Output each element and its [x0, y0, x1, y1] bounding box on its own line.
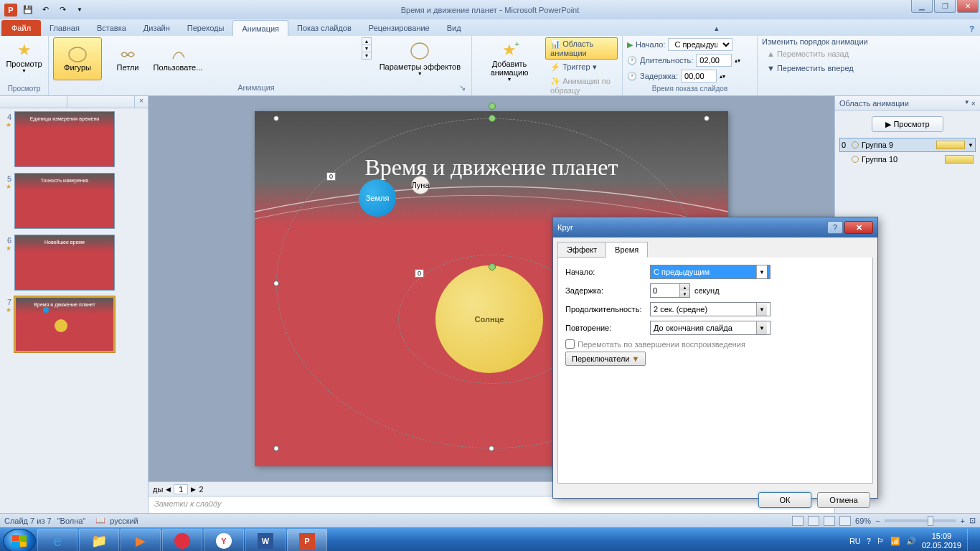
taskbar-word[interactable]: W — [245, 529, 286, 551]
dlg-repeat-combo[interactable]: До окончания слайда▼ — [650, 321, 771, 335]
sel-handle[interactable] — [273, 446, 279, 451]
sel-handle[interactable] — [489, 446, 494, 451]
dialog-help-button[interactable]: ? — [827, 221, 843, 234]
redo-icon[interactable]: ↷ — [55, 2, 70, 18]
gallery-loops[interactable]: Петли — [103, 37, 152, 80]
thumbnail-slide[interactable]: 7★Время и движение планет — [3, 296, 145, 352]
taskbar-yandex[interactable]: Y — [204, 529, 244, 551]
path-start-handle[interactable] — [489, 115, 496, 122]
zoom-level[interactable]: 69% — [855, 517, 871, 525]
outline-tab[interactable] — [67, 96, 135, 108]
tray-network-icon[interactable]: 📶 — [890, 537, 900, 546]
zoom-out-icon[interactable]: − — [875, 517, 880, 525]
animation-item[interactable]: 0Группа 9▼ — [839, 138, 976, 152]
thumbnail-list[interactable]: 4★Единицы измерения времени5★Точность из… — [0, 108, 148, 510]
start-combo[interactable]: С предыдущ... — [668, 38, 732, 51]
reading-view-icon[interactable] — [824, 516, 835, 526]
dialog-tab-effect[interactable]: Эффект — [557, 242, 606, 258]
preview-button[interactable]: ★ Просмотр▼ — [4, 37, 44, 77]
help-icon[interactable]: ? — [963, 22, 980, 36]
animation-list[interactable]: 0Группа 9▼Группа 10 — [835, 138, 980, 166]
file-tab[interactable]: Файл — [1, 20, 41, 36]
dlg-rewind-checkbox[interactable]: Перемотать по завершении воспроизведения — [565, 339, 865, 349]
thumbnail-slide[interactable]: 6★Новейшее время — [3, 235, 145, 291]
taskbar-opera[interactable] — [162, 529, 202, 551]
sel-handle[interactable] — [704, 116, 710, 121]
normal-view-icon[interactable] — [792, 516, 804, 526]
tray-flag-icon[interactable]: 🏳 — [877, 537, 885, 545]
moon-shape[interactable]: Луна — [411, 176, 430, 194]
earth-shape[interactable]: Земля — [359, 179, 396, 217]
show-desktop-button[interactable] — [967, 529, 974, 551]
tab-home[interactable]: Главная — [41, 20, 88, 36]
restore-button[interactable]: ❐ — [934, 0, 956, 13]
ok-button[interactable]: ОК — [758, 492, 811, 508]
sel-handle[interactable] — [273, 281, 279, 286]
cancel-button[interactable]: Отмена — [817, 492, 870, 508]
tab-slideshow[interactable]: Показ слайдов — [288, 20, 360, 36]
anim-preview-button[interactable]: ▶ Просмотр — [872, 116, 943, 132]
fit-icon[interactable]: ⊡ — [969, 516, 976, 525]
gallery-down-icon[interactable]: ▾ — [362, 45, 371, 52]
dlg-triggers-button[interactable]: Переключатели ▼ — [565, 352, 646, 366]
effect-options-button[interactable]: Параметры эффектов▼ — [373, 37, 467, 80]
add-animation-button[interactable]: ★+ Добавить анимацию▼ — [476, 37, 542, 85]
taskbar-explorer[interactable]: 📁 — [79, 529, 119, 551]
spellcheck-icon[interactable]: 📖 — [95, 516, 105, 525]
path-point-handle[interactable] — [489, 263, 496, 270]
anim-pane-dropdown-icon[interactable]: ▼ — [964, 99, 970, 108]
qat-dropdown-icon[interactable]: ▼ — [72, 2, 88, 18]
minimize-button[interactable]: ▁ — [911, 0, 933, 13]
move-later-button[interactable]: ▼ Переместить вперед — [762, 62, 875, 75]
sorter-view-icon[interactable] — [808, 516, 819, 526]
tray-volume-icon[interactable]: 🔊 — [906, 537, 916, 546]
duration-input[interactable] — [696, 54, 732, 67]
dialog-titlebar[interactable]: Круг ? ✕ — [553, 217, 877, 237]
close-button[interactable]: ✕ — [957, 0, 979, 13]
save-icon[interactable]: 💾 — [20, 2, 36, 18]
minimize-ribbon-icon[interactable]: ▴ — [709, 21, 725, 36]
taskbar-ie[interactable]: e — [37, 529, 77, 551]
sel-handle[interactable] — [273, 116, 279, 121]
dialog-close-button[interactable]: ✕ — [844, 221, 873, 234]
taskbar-powerpoint[interactable]: P — [287, 529, 327, 551]
tray-lang[interactable]: RU — [849, 537, 861, 545]
dlg-start-combo[interactable]: С предыдущим▼ — [650, 265, 771, 279]
sun-shape[interactable]: Солнце — [435, 265, 543, 373]
animation-gallery[interactable]: Фигуры Петли Пользовате... ▴ ▾ ▾ Парамет… — [53, 37, 467, 80]
taskbar-wmp[interactable]: ▶ — [121, 529, 161, 551]
animation-item[interactable]: Группа 10 — [839, 152, 976, 166]
tab-animation[interactable]: Анимация — [232, 20, 288, 36]
thumbnail-slide[interactable]: 4★Единицы измерения времени — [3, 111, 145, 167]
gallery-custom[interactable]: Пользовате... — [154, 37, 202, 80]
slides-tab[interactable] — [0, 96, 67, 108]
start-button[interactable] — [3, 529, 36, 551]
gallery-more-icon[interactable]: ▾ — [362, 52, 371, 59]
tray-help-icon[interactable]: ? — [867, 537, 871, 545]
zoom-slider[interactable] — [885, 519, 956, 522]
tab-insert[interactable]: Вставка — [88, 20, 135, 36]
undo-icon[interactable]: ↶ — [37, 2, 53, 18]
rotate-handle[interactable] — [489, 103, 496, 110]
delay-input[interactable] — [681, 70, 717, 83]
zoom-in-icon[interactable]: + — [961, 517, 965, 525]
animation-pane-button[interactable]: 📊 Область анимации — [545, 37, 618, 60]
tab-transitions[interactable]: Переходы — [179, 20, 233, 36]
current-slide-input[interactable]: 1 — [174, 484, 188, 494]
tray-clock[interactable]: 15:0902.05.2019 — [922, 532, 961, 550]
app-icon[interactable]: P — [3, 2, 19, 18]
trigger-button[interactable]: ⚡ Триггер ▾ — [545, 60, 618, 74]
anim-pane-close-icon[interactable]: × — [971, 99, 976, 108]
tab-view[interactable]: Вид — [438, 20, 470, 36]
spin-up-icon[interactable]: ▲ — [679, 284, 689, 291]
dlg-delay-spinner[interactable]: ▲▼ — [650, 283, 690, 298]
gallery-up-icon[interactable]: ▴ — [362, 38, 371, 45]
gallery-shapes[interactable]: Фигуры — [53, 37, 102, 80]
thumbnail-slide[interactable]: 5★Точность измерения — [3, 173, 145, 229]
slideshow-view-icon[interactable] — [839, 516, 851, 526]
dialog-tab-timing[interactable]: Время — [606, 242, 648, 258]
tab-review[interactable]: Рецензирование — [360, 20, 438, 36]
thumb-close-icon[interactable]: × — [135, 96, 148, 108]
tab-design[interactable]: Дизайн — [135, 20, 179, 36]
spin-down-icon[interactable]: ▼ — [679, 291, 689, 297]
